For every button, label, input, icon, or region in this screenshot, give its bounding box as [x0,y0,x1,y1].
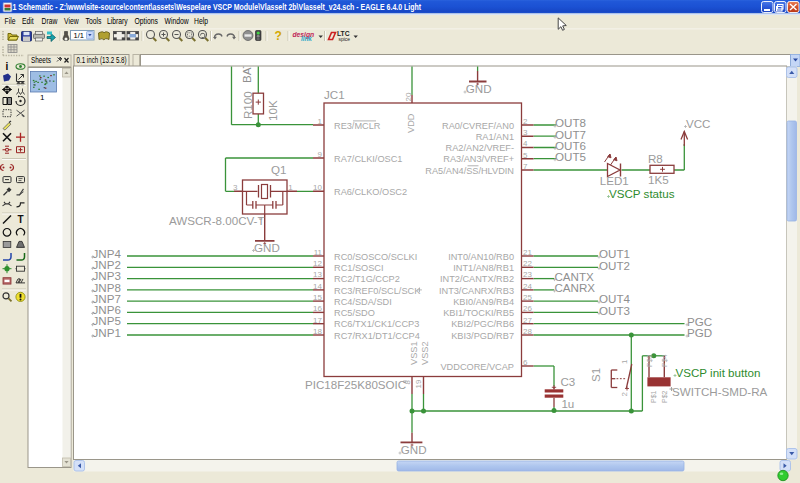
svg-text:10K: 10K [266,100,279,121]
svg-text:INT3/CANRX/RB3: INT3/CANRX/RB3 [439,286,514,296]
svg-text:P$2: P$2 [661,390,668,403]
svg-text:1: 1 [620,359,629,364]
svg-text:PIC18F25K80SOIC: PIC18F25K80SOIC [305,378,406,391]
svg-text:PGD: PGD [687,326,712,339]
svg-text:RC6/TX1/CK1/CCP3: RC6/TX1/CK1/CCP3 [334,319,419,329]
svg-text:11: 11 [314,248,323,257]
svg-text:?: ? [275,29,282,43]
svg-text:GND: GND [466,82,492,95]
svg-text:VDD: VDD [406,113,416,133]
svg-text:RA0/CVREF/AN0: RA0/CVREF/AN0 [442,121,514,131]
svg-text:10: 10 [313,183,322,192]
svg-text:18: 18 [313,327,322,336]
svg-text:1u: 1u [561,397,574,410]
svg-text:T: T [17,214,23,225]
svg-text:25: 25 [523,293,532,302]
svg-text:VSCP status: VSCP status [609,187,675,200]
svg-text:Edit: Edit [22,16,34,26]
svg-text:2: 2 [620,392,629,397]
svg-text:3: 3 [233,183,238,192]
svg-text:KBI3/PGD/RB7: KBI3/PGD/RB7 [451,331,514,341]
svg-text:Draw: Draw [42,16,58,26]
svg-text:Sheets: Sheets [31,55,51,65]
svg-text:27: 27 [523,316,532,325]
svg-text:1: 1 [40,93,45,102]
svg-text:INT2/CANTX/RB2: INT2/CANTX/RB2 [440,274,514,284]
svg-text:RA1/AN1: RA1/AN1 [476,132,514,142]
svg-text:6: 6 [523,358,528,367]
svg-text:OUT5: OUT5 [555,150,586,163]
svg-text:7: 7 [523,162,528,171]
svg-text:24: 24 [523,282,532,291]
svg-text:spice: spice [339,36,351,42]
svg-text:JC1: JC1 [324,88,345,101]
svg-text:Library: Library [107,16,128,26]
svg-text:RC2/T1G/CCP2: RC2/T1G/CCP2 [334,274,400,284]
svg-text:VSCP init button: VSCP init button [676,366,761,379]
svg-text:P$1: P$1 [650,390,657,403]
svg-text:AWSCR-8.00CV-T: AWSCR-8.00CV-T [169,214,265,227]
svg-text:GND: GND [254,241,280,254]
svg-text:23: 23 [523,270,532,279]
svg-text:SWITCH-SMD-RA: SWITCH-SMD-RA [672,385,768,398]
svg-text:RC4/SDA/SDI: RC4/SDA/SDI [334,297,392,307]
svg-text:5: 5 [523,151,528,160]
svg-text:15: 15 [313,293,322,302]
svg-text:26: 26 [523,304,532,313]
svg-text:12: 12 [313,259,322,268]
svg-text:VSS2: VSS2 [420,342,430,366]
svg-text:4: 4 [523,139,528,148]
svg-text:OUT2: OUT2 [599,259,630,272]
svg-text:20: 20 [404,92,413,101]
svg-text:GND: GND [401,443,427,456]
svg-text:INT0/AN10/RB0: INT0/AN10/RB0 [448,252,514,262]
svg-text:P$3: P$3 [646,354,653,367]
svg-text:VSS1: VSS1 [409,342,419,366]
svg-text:View: View [64,16,79,26]
svg-text:2: 2 [523,117,528,126]
svg-text:i: i [6,61,9,72]
svg-text:R8: R8 [648,152,663,165]
svg-text:RA5/AN4/SS/HLVDIN: RA5/AN4/SS/HLVDIN [425,166,514,176]
svg-text:21: 21 [523,248,532,257]
svg-text:13: 13 [313,270,322,279]
svg-text:1 Schematic - Z:\www\site-sour: 1 Schematic - Z:\www\site-source\content… [13,2,422,12]
svg-text:16: 16 [313,304,322,313]
svg-text:RC5/SDO: RC5/SDO [334,308,375,318]
svg-text:RA7/CLKI/OSC1: RA7/CLKI/OSC1 [334,154,402,164]
svg-text:RC3/REF0/SCL/SCK: RC3/REF0/SCL/SCK [334,286,421,296]
svg-text:RC7/RX1/DT1/CCP4: RC7/RX1/DT1/CCP4 [334,331,420,341]
svg-text:19: 19 [414,379,423,388]
svg-text:RC1/SOSCI: RC1/SOSCI [334,263,384,273]
svg-text:14: 14 [313,282,322,291]
svg-text:JNP1: JNP1 [93,326,121,339]
svg-text:1K5: 1K5 [648,173,669,186]
svg-text:RC0/SOSCO/SCLKI: RC0/SOSCO/SCLKI [334,252,417,262]
svg-text:C3: C3 [561,375,576,388]
svg-text:S1: S1 [589,368,602,382]
svg-text:17: 17 [313,316,322,325]
svg-text:RA3/AN3/VREF+: RA3/AN3/VREF+ [443,154,514,164]
svg-text:0.1 inch (13.2 5.8): 0.1 inch (13.2 5.8) [77,55,127,65]
svg-text:3: 3 [523,128,528,137]
svg-text:KBI1/TOCKI/RB5: KBI1/TOCKI/RB5 [443,308,514,318]
svg-text:LED1: LED1 [600,174,629,187]
svg-text:RE3/MCLR: RE3/MCLR [334,121,381,131]
svg-text:Options: Options [135,16,158,26]
svg-text:INT1/AN8/RB1: INT1/AN8/RB1 [453,263,514,273]
svg-text:1/1: 1/1 [74,31,84,40]
svg-text:CANRX: CANRX [555,281,596,294]
svg-text:RA2/AN2/VREF-: RA2/AN2/VREF- [446,143,514,153]
svg-text:Window: Window [165,16,189,26]
svg-text:KBI2/PGC/RB6: KBI2/PGC/RB6 [451,319,514,329]
svg-text:1: 1 [318,117,323,126]
svg-text:9: 9 [318,150,323,159]
svg-text:Q1: Q1 [271,163,286,176]
svg-text:R100: R100 [241,91,254,119]
svg-text:Help: Help [194,16,209,26]
svg-text:link: link [301,34,312,41]
svg-text:KBI0/AN9/RB4: KBI0/AN9/RB4 [453,297,514,307]
svg-text:RA6/CLKO/OSC2: RA6/CLKO/OSC2 [334,187,407,197]
svg-text:VDDCORE/VCAP: VDDCORE/VCAP [440,362,514,372]
svg-text:VCC: VCC [686,117,710,130]
